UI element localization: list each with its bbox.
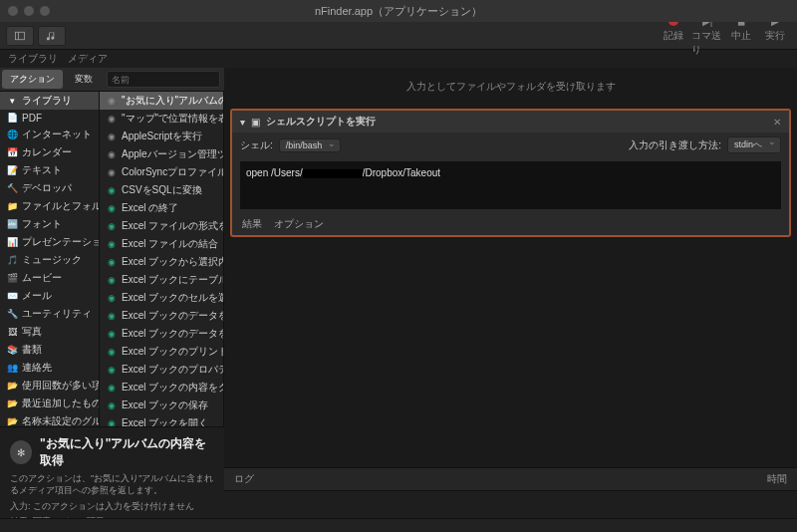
chevron-down-icon[interactable]: ▾ xyxy=(240,117,245,128)
action-icon: ◉ xyxy=(106,328,118,340)
item-icon: 🎬 xyxy=(6,272,18,284)
library-item[interactable]: 📚書類 xyxy=(0,341,99,359)
library-item[interactable]: 🌐インターネット xyxy=(0,126,99,143)
action-item[interactable]: ◉"お気に入り"アルバムの内容を取得 xyxy=(100,92,223,110)
action-item[interactable]: ◉Excel ブックの内容をクリップボードに複製 xyxy=(100,379,223,397)
desc-body: このアクションは、"お気に入り"アルバムに含まれるメディア項目への参照を返します… xyxy=(10,473,214,496)
subtab-variable[interactable]: 変数 xyxy=(67,70,101,89)
shell-action[interactable]: ▾ ▣ シェルスクリプトを実行 ✕ シェル: /bin/bash 入力の引き渡し… xyxy=(230,109,791,237)
script-body[interactable]: open /Users//Dropbox/Takeout xyxy=(240,161,781,209)
library-item[interactable]: 📂使用回数が多い項目 xyxy=(0,377,99,395)
shell-label: シェル: xyxy=(240,138,273,152)
results-tab[interactable]: 結果 xyxy=(242,217,262,231)
item-label: テキスト xyxy=(22,163,62,177)
action-label: Excel ファイルの形式を変換 xyxy=(122,219,223,233)
library-item[interactable]: 🎬ムービー xyxy=(0,269,99,287)
item-label: 最近追加したもの xyxy=(22,397,99,410)
item-icon: 📂 xyxy=(6,380,18,392)
action-item[interactable]: ◉Excel ブックのデータをオートフォーマット xyxy=(100,307,223,325)
library-item[interactable]: 📂最近追加したもの xyxy=(0,395,99,412)
action-item[interactable]: ◉Excel ブックのデータを並べ替え xyxy=(100,325,223,343)
action-item[interactable]: ◉AppleScriptを実行 xyxy=(100,128,223,145)
item-icon: ✉️ xyxy=(6,290,18,302)
action-icon: ◉ xyxy=(106,238,118,250)
action-label: Excel ブックの内容をクリップボードに複製 xyxy=(122,381,223,395)
library-item[interactable]: 📝テキスト xyxy=(0,161,99,179)
titlebar: nFinder.app（アプリケーション） xyxy=(0,0,797,22)
media-toggle[interactable] xyxy=(38,26,66,46)
action-item[interactable]: ◉Excel ブックにテーブルをインポート xyxy=(100,271,223,289)
max-dot[interactable] xyxy=(40,6,50,16)
library-header-label: ライブラリ xyxy=(22,94,72,108)
action-icon: ◉ xyxy=(106,310,118,322)
search-input[interactable] xyxy=(107,71,220,88)
library-item[interactable]: 📊プレゼンテーション xyxy=(0,233,99,251)
subtab-action[interactable]: アクション xyxy=(2,70,63,89)
tab-library: ライブラリ xyxy=(8,52,58,66)
action-item[interactable]: ◉Excel ブックから選択内容を取得 xyxy=(100,253,223,271)
pass-select[interactable]: stdinへ xyxy=(727,136,781,153)
item-icon: 🎵 xyxy=(6,254,18,266)
close-dot[interactable] xyxy=(8,6,18,16)
item-icon: 📄 xyxy=(6,112,18,124)
item-icon: 📁 xyxy=(6,200,18,212)
item-icon: 📝 xyxy=(6,164,18,176)
library-header[interactable]: ▾ ライブラリ xyxy=(0,92,99,110)
library-item[interactable]: 🔨デベロッパ xyxy=(0,179,99,197)
library-item[interactable]: 🔤フォント xyxy=(0,215,99,233)
action-label: Excel ブックの保存 xyxy=(122,399,208,412)
terminal-icon: ▣ xyxy=(251,117,260,128)
shell-select[interactable]: /bin/bash xyxy=(279,138,342,152)
action-label: Excel ファイルの結合 xyxy=(122,237,218,251)
action-label: Appleバージョン管理ツール xyxy=(122,147,223,161)
workflow-canvas[interactable]: 入力としてファイルやフォルダを受け取ります ▾ ▣ シェルスクリプトを実行 ✕ … xyxy=(224,68,797,532)
action-label: ColorSyncプロファイルをイメージに適用 xyxy=(122,165,223,179)
action-icon: ◉ xyxy=(106,166,118,178)
action-icon: ◉ xyxy=(106,382,118,394)
action-item[interactable]: ◉Excel ブックのセルを選択 xyxy=(100,289,223,307)
action-item[interactable]: ◉Excel ブックのプロパティを設定 xyxy=(100,361,223,379)
library-item[interactable]: 📁ファイルとフォルダ xyxy=(0,197,99,215)
item-label: ユーティリティ xyxy=(22,307,92,321)
drop-hint: 入力としてファイルやフォルダを受け取ります xyxy=(224,68,797,106)
library-item[interactable]: 🔧ユーティリティ xyxy=(0,305,99,323)
library-item[interactable]: 📄PDF xyxy=(0,110,99,126)
action-item[interactable]: ◉Excel の終了 xyxy=(100,199,223,217)
library-toggle[interactable] xyxy=(6,26,34,46)
toolbar: 記録▶|コマ送り◼中止▶実行 xyxy=(0,22,797,50)
window-controls xyxy=(8,6,50,16)
close-icon[interactable]: ✕ xyxy=(773,117,781,128)
action-item[interactable]: ◉Excel ブックの保存 xyxy=(100,397,223,414)
library-item[interactable]: 📅カレンダー xyxy=(0,143,99,161)
action-item[interactable]: ◉Excel ファイルの形式を変換 xyxy=(100,217,223,235)
item-icon: 🖼 xyxy=(6,326,18,338)
desc-input: 入力: このアクションは入力を受け付けません xyxy=(10,501,214,513)
action-item[interactable]: ◉Appleバージョン管理ツール xyxy=(100,145,223,163)
action-item[interactable]: ◉Excel ファイルの結合 xyxy=(100,235,223,253)
action-label: Excel ブックのデータを並べ替え xyxy=(122,327,223,341)
library-item[interactable]: 👥連絡先 xyxy=(0,359,99,377)
action-icon: ◉ xyxy=(106,202,118,214)
item-label: 写真 xyxy=(22,325,42,339)
action-icon: ◉ xyxy=(106,148,118,160)
item-icon: 🔨 xyxy=(6,182,18,194)
library-item[interactable]: ✉️メール xyxy=(0,287,99,305)
action-label: "お気に入り"アルバムの内容を取得 xyxy=(122,94,223,108)
action-item[interactable]: ◉CSVをSQLに変換 xyxy=(100,181,223,199)
action-label: "マップ"で位置情報を表示 xyxy=(122,112,223,126)
library-item[interactable]: 🎵ミュージック xyxy=(0,251,99,269)
item-icon: 📚 xyxy=(6,344,18,356)
options-tab[interactable]: オプション xyxy=(274,217,324,231)
item-label: メール xyxy=(22,289,52,303)
action-item[interactable]: ◉"マップ"で位置情報を表示 xyxy=(100,110,223,128)
gear-icon: ✻ xyxy=(10,440,32,464)
action-item[interactable]: ◉ColorSyncプロファイルをイメージに適用 xyxy=(100,163,223,181)
item-label: ムービー xyxy=(22,271,62,285)
item-label: インターネット xyxy=(22,128,92,141)
library-item[interactable]: 🖼写真 xyxy=(0,323,99,341)
action-label: Excel の終了 xyxy=(122,201,178,215)
action-item[interactable]: ◉Excel ブックのプリント xyxy=(100,343,223,361)
min-dot[interactable] xyxy=(24,6,34,16)
subtabs: アクション 変数 xyxy=(0,68,224,92)
item-label: PDF xyxy=(22,113,42,124)
